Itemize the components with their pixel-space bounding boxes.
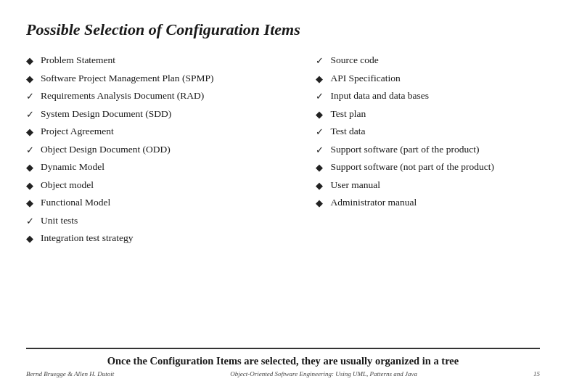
item-text: Functional Model (41, 196, 110, 209)
item-text: Problem Statement (41, 54, 115, 67)
list-item: ◆API Specification (316, 72, 540, 86)
list-item: ◆Problem Statement (26, 54, 301, 68)
bullet-icon: ◆ (26, 232, 39, 245)
item-text: Object Design Document (ODD) (41, 143, 171, 156)
item-text: Administrator manual (330, 196, 417, 209)
item-text: Input data and data bases (330, 89, 429, 102)
bullet-icon: ◆ (26, 161, 39, 174)
bullet-icon: ◆ (26, 73, 39, 86)
list-item: ✓Object Design Document (ODD) (26, 143, 301, 157)
item-text: Software Project Management Plan (SPMP) (41, 72, 213, 85)
left-column: ◆Problem Statement◆Software Project Mana… (26, 54, 308, 342)
footer-section: Once the Configuration Items are selecte… (26, 348, 540, 377)
item-text: Source code (330, 54, 378, 67)
footer-right: 15 (533, 370, 540, 377)
bullet-icon: ✓ (316, 144, 329, 157)
list-item: ◆Dynamic Model (26, 160, 301, 174)
item-text: Dynamic Model (41, 160, 104, 173)
bullet-icon: ✓ (26, 108, 39, 121)
list-item: ✓Test data (316, 125, 540, 139)
right-column: ✓Source code◆API Specification✓Input dat… (308, 54, 540, 342)
bullet-icon: ◆ (26, 179, 39, 192)
item-text: API Specification (330, 72, 400, 85)
bullet-icon: ◆ (26, 197, 39, 210)
bullet-icon: ◆ (316, 197, 329, 210)
item-text: Requirements Analysis Document (RAD) (41, 89, 204, 102)
list-item: ◆Functional Model (26, 196, 301, 210)
bullet-icon: ◆ (26, 126, 39, 139)
footer-sub: Bernd Bruegge & Allen H. Dutoit Object-O… (26, 370, 540, 377)
list-item: ✓System Design Document (SDD) (26, 107, 301, 121)
bullet-icon: ✓ (26, 90, 39, 103)
item-text: Test plan (330, 107, 366, 121)
list-item: ◆User manual (316, 179, 540, 192)
list-item: ✓Support software (part of the product) (316, 143, 540, 157)
bullet-icon: ◆ (316, 161, 329, 174)
list-item: ✓Unit tests (26, 214, 301, 228)
item-text: Support software (not part of the produc… (330, 160, 494, 173)
footer-center: Object-Oriented Software Engineering: Us… (230, 370, 417, 377)
footer-left: Bernd Bruegge & Allen H. Dutoit (26, 370, 114, 377)
bullet-icon: ✓ (26, 144, 39, 157)
list-item: ◆Project Agreement (26, 125, 301, 139)
item-text: Support software (part of the product) (330, 143, 479, 156)
list-item: ◆Test plan (316, 107, 540, 121)
bullet-icon: ✓ (26, 215, 39, 228)
item-text: Object model (41, 179, 94, 192)
bullet-icon: ◆ (26, 54, 39, 68)
bullet-icon: ✓ (316, 54, 329, 68)
bullet-icon: ✓ (316, 90, 329, 103)
list-item: ◆Integration test strategy (26, 232, 301, 245)
list-item: ✓Input data and data bases (316, 89, 540, 103)
bullet-icon: ✓ (316, 126, 329, 139)
bullet-icon: ◆ (316, 108, 329, 121)
slide-title: Possible Selection of Configuration Item… (26, 20, 540, 39)
item-text: Test data (330, 125, 365, 138)
list-item: ✓Source code (316, 54, 540, 68)
footer-main-text: Once the Configuration Items are selecte… (26, 355, 540, 367)
list-item: ◆Administrator manual (316, 196, 540, 210)
item-text: Unit tests (41, 214, 78, 227)
list-item: ✓Requirements Analysis Document (RAD) (26, 89, 301, 103)
list-item: ◆Support software (not part of the produ… (316, 160, 540, 174)
bullet-icon: ◆ (316, 73, 329, 86)
content-area: ◆Problem Statement◆Software Project Mana… (26, 54, 540, 342)
slide: Possible Selection of Configuration Item… (0, 0, 566, 392)
item-text: System Design Document (SDD) (41, 107, 171, 121)
item-text: Integration test strategy (41, 232, 133, 245)
item-text: Project Agreement (41, 125, 114, 138)
item-text: User manual (330, 179, 380, 192)
list-item: ◆Object model (26, 179, 301, 192)
bullet-icon: ◆ (316, 179, 329, 192)
list-item: ◆Software Project Management Plan (SPMP) (26, 72, 301, 86)
